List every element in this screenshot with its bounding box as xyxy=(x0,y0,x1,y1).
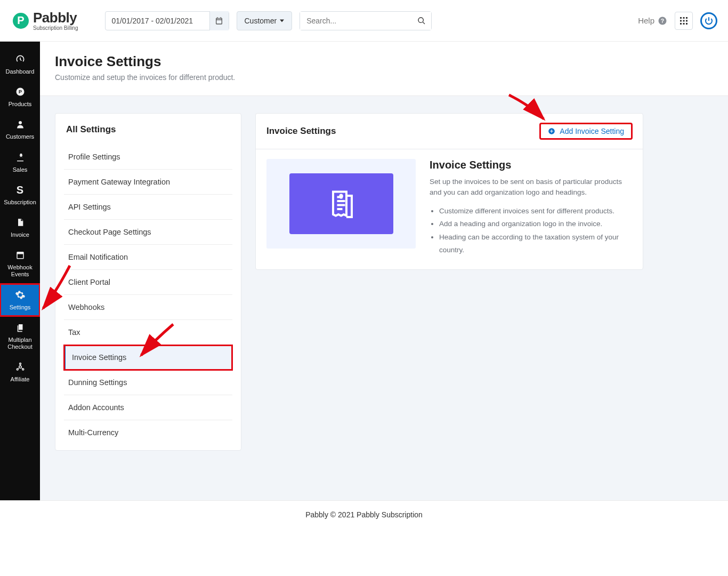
settings-item-addon[interactable]: Addon Accounts xyxy=(64,395,232,420)
svg-rect-3 xyxy=(683,17,685,19)
svg-point-13 xyxy=(19,121,22,124)
calendar-alt-icon xyxy=(14,249,26,261)
feature-item: Heading can be according to the taxation… xyxy=(439,231,632,257)
gauge-icon xyxy=(14,53,26,65)
date-range-group xyxy=(105,11,229,30)
caret-down-icon xyxy=(280,19,284,23)
plus-circle-icon xyxy=(548,127,555,135)
svg-rect-9 xyxy=(683,23,685,25)
svg-rect-4 xyxy=(686,17,687,19)
page-title: Invoice Settings xyxy=(55,53,713,70)
file-icon xyxy=(14,217,26,228)
nav-label: Dashboard xyxy=(6,68,35,75)
settings-item-profile[interactable]: Profile Settings xyxy=(64,145,232,170)
nav-multiplan-checkout[interactable]: Multiplan Checkout xyxy=(0,316,40,356)
footer-text: Pabbly © 2021 Pabbly Subscription xyxy=(305,510,423,519)
sidebar: Dashboard P Products Customers Sales S S… xyxy=(0,42,40,500)
section-title: Invoice Settings xyxy=(430,159,632,171)
search-group xyxy=(300,11,432,30)
svg-rect-5 xyxy=(680,20,682,21)
svg-point-15 xyxy=(19,363,21,365)
search-button[interactable] xyxy=(412,12,431,30)
calendar-icon xyxy=(215,17,223,25)
nav-label: Subscription xyxy=(4,199,36,206)
svg-rect-2 xyxy=(680,17,682,19)
nav-subscription[interactable]: S Subscription xyxy=(0,179,40,211)
top-right-controls: Help ? xyxy=(638,12,717,30)
nav-invoice[interactable]: Invoice xyxy=(0,211,40,244)
settings-item-client-portal[interactable]: Client Portal xyxy=(64,270,232,295)
page-header: Invoice Settings Customize and setup the… xyxy=(40,42,728,96)
add-button-label: Add Invoice Setting xyxy=(560,127,624,135)
nav-dashboard[interactable]: Dashboard xyxy=(0,48,40,81)
nav-label: Settings xyxy=(10,304,31,311)
settings-list: Profile Settings Payment Gateway Integra… xyxy=(64,145,232,445)
settings-item-invoice[interactable]: Invoice Settings xyxy=(64,345,232,370)
settings-item-api[interactable]: API Settings xyxy=(64,195,232,220)
nav-webhook-events[interactable]: Webhook Events xyxy=(0,244,40,283)
content-row: All Settings Profile Settings Payment Ga… xyxy=(40,96,728,477)
section-description: Set up the invoices to be sent on basis … xyxy=(430,177,632,197)
svg-text:$: $ xyxy=(340,195,342,198)
settings-item-gateway[interactable]: Payment Gateway Integration xyxy=(64,170,232,195)
svg-rect-8 xyxy=(680,23,682,25)
product-icon: P xyxy=(14,86,26,98)
sales-icon xyxy=(14,151,26,163)
all-settings-card: All Settings Profile Settings Payment Ga… xyxy=(55,113,241,451)
nav-sales[interactable]: Sales xyxy=(0,146,40,179)
nav-settings[interactable]: Settings xyxy=(0,284,40,316)
files-icon xyxy=(14,322,26,333)
nav-customers[interactable]: Customers xyxy=(0,113,40,146)
add-invoice-setting-button[interactable]: Add Invoice Setting xyxy=(540,123,632,139)
brand-text: Pabbly Subscription Billing xyxy=(33,11,78,31)
calendar-button[interactable] xyxy=(209,11,229,30)
invoice-settings-card: Invoice Settings Add Invoice Setting $ I… xyxy=(255,113,643,270)
app-shell: Dashboard P Products Customers Sales S S… xyxy=(0,42,728,500)
main-column: Invoice Settings Customize and setup the… xyxy=(40,42,728,500)
power-button[interactable] xyxy=(700,12,717,29)
footer: Pabbly © 2021 Pabbly Subscription xyxy=(0,500,728,535)
settings-item-tax[interactable]: Tax xyxy=(64,320,232,345)
date-range-input[interactable] xyxy=(106,12,209,30)
page-subtitle: Customize and setup the invoices for dif… xyxy=(55,73,713,82)
filter-dropdown[interactable]: Customer xyxy=(237,11,293,30)
power-icon xyxy=(705,17,713,25)
settings-item-dunning[interactable]: Dunning Settings xyxy=(64,370,232,395)
nav-affiliate[interactable]: Affiliate xyxy=(0,356,40,388)
filter-label: Customer xyxy=(245,17,277,25)
nav-label: Invoice xyxy=(11,231,29,238)
help-label: Help xyxy=(638,16,654,25)
grid-icon xyxy=(680,17,687,25)
brand-tagline: Subscription Billing xyxy=(33,26,78,31)
nav-label: Customers xyxy=(6,133,34,140)
subscription-icon: S xyxy=(14,184,26,196)
settings-item-checkout[interactable]: Checkout Page Settings xyxy=(64,220,232,245)
settings-item-webhooks[interactable]: Webhooks xyxy=(64,295,232,320)
help-link[interactable]: Help ? xyxy=(638,16,667,26)
user-icon xyxy=(14,118,26,130)
feature-item: Customize different invoices sent for di… xyxy=(439,205,632,218)
svg-rect-6 xyxy=(683,20,685,21)
gear-icon xyxy=(14,289,26,301)
search-input[interactable] xyxy=(300,12,412,30)
brand-mark-icon: P xyxy=(13,13,29,29)
nav-products[interactable]: P Products xyxy=(0,81,40,113)
settings-item-multicurrency[interactable]: Multi-Currency xyxy=(64,420,232,445)
nav-label: Affiliate xyxy=(11,376,30,383)
feature-item: Add a heading and organization logo in t… xyxy=(439,218,632,230)
question-circle-icon: ? xyxy=(658,16,667,26)
brand-logo[interactable]: P Pabbly Subscription Billing xyxy=(13,11,78,31)
feature-list: Customize different invoices sent for di… xyxy=(430,205,632,257)
main-card-header: Invoice Settings Add Invoice Setting xyxy=(256,114,643,149)
apps-button[interactable] xyxy=(675,12,693,30)
main-card-body: $ Invoice Settings Set up the invoices t… xyxy=(256,149,643,269)
description-column: Invoice Settings Set up the invoices to … xyxy=(430,159,632,257)
illustration-frame: $ xyxy=(266,159,416,249)
settings-item-email[interactable]: Email Notification xyxy=(64,245,232,270)
top-bar: P Pabbly Subscription Billing Customer H… xyxy=(0,0,728,42)
svg-rect-10 xyxy=(686,23,687,25)
invoice-illustration: $ xyxy=(289,173,393,234)
receipt-icon: $ xyxy=(325,188,357,220)
nav-label: Sales xyxy=(13,166,28,173)
main-card-title: Invoice Settings xyxy=(266,126,336,137)
